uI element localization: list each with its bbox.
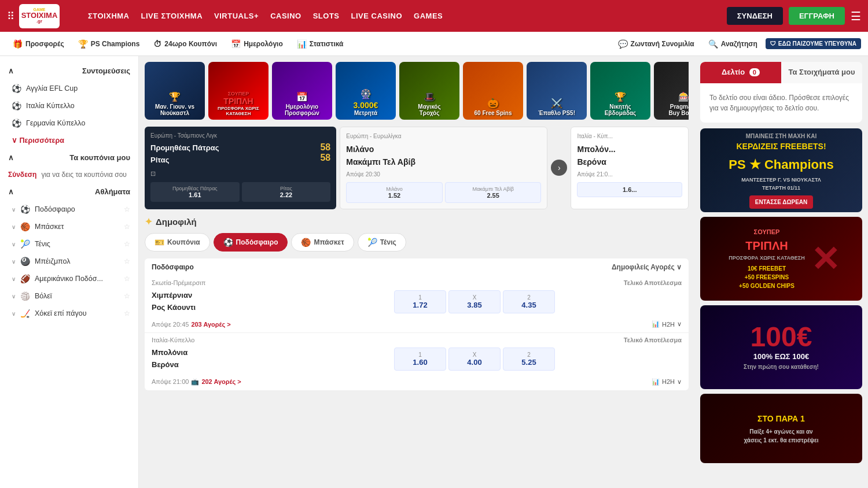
promo-card-battles[interactable]: ⚔️ Έπαθλο PS5! <box>527 62 587 120</box>
match-1-h2h[interactable]: 📊 H2H ∨ <box>652 320 682 328</box>
odds-btn-maccabi[interactable]: Μακάμπι Τελ Αβίβ 2.55 <box>445 182 542 203</box>
nav-games[interactable]: GAMES <box>414 12 443 20</box>
banner-triple-main: ΤΡΙΠΛΗ <box>729 237 805 254</box>
register-button[interactable]: ΕΓΓΡΑΦΗ <box>789 7 845 25</box>
subnav-calendar-label: Ημερολόγιο <box>244 40 283 48</box>
live-card-bologna: Ιταλία - Κύπ... Μπολόν...Βερόνα Απόψε 21… <box>571 127 689 209</box>
tab-tennis[interactable]: 🎾 Τένις <box>358 233 406 252</box>
sidebar-item-american-football[interactable]: ∨ 🏈 Αμερικάνικο Ποδόσ... ☆ <box>0 270 138 287</box>
tab-coupons[interactable]: 🎫 Κουπόνια <box>145 233 210 252</box>
promo-card-triple[interactable]: ΣΟΥΠΕΡ ΤΡΙΠΛΗ ΠΡΟΣΦΟΡΑ ΧΩΡΙΣ ΚΑΤΑΘΕΣΗ <box>208 62 269 120</box>
sidebar-item-baseball[interactable]: ∨ 🎱 Μπέιζμπολ ☆ <box>0 253 138 270</box>
football-star-icon[interactable]: ☆ <box>124 205 130 213</box>
live-card-prometeas: Ευρώπη - Τσάμπιονς Λιγκ Προμηθέας Πάτρας… <box>145 127 336 209</box>
nav-live-stoixima[interactable]: LIVE ΣΤΟΙΧΗΜΑ <box>141 12 203 20</box>
match-2-odd-x[interactable]: X 4.00 <box>448 347 501 371</box>
hamburger-icon[interactable]: ☰ <box>851 9 861 23</box>
ps-logo-text: PS ★ Champions <box>729 155 833 174</box>
sidebar-item-tennis[interactable]: ∨ 🎾 Τένις ☆ <box>0 235 138 253</box>
banner-100-text: 100€ 100% ΕΩΣ 100€ Στην πρώτη σου κατάθε… <box>738 317 825 377</box>
odds-label-maccabi: Μακάμπι Τελ Αβίβ <box>448 186 539 192</box>
winner-title: ΝικητήςΕβδομάδας <box>605 103 637 116</box>
login-button[interactable]: ΣΥΝΔΕΣΗ <box>727 7 783 25</box>
odds-btn-ritas[interactable]: Ρίτας 2.22 <box>242 182 331 202</box>
match-2-markets-link[interactable]: 202 Αγορές > <box>201 378 241 385</box>
betslip-tab-my-bets[interactable]: Τα Στοιχήματά μου <box>781 62 862 83</box>
sidebar-item-volleyball[interactable]: ∨ 🏐 Βόλεϊ ☆ <box>0 287 138 305</box>
sidebar-more-shortcuts[interactable]: ∨ Περισσότερα <box>0 132 138 149</box>
subnav-search[interactable]: 🔍 Αναζήτηση <box>703 32 763 56</box>
sidebar-item-germany-cup[interactable]: ⚽ Γερμανία Κύπελλο <box>0 114 138 132</box>
tennis-icon: 🎾 <box>20 239 30 249</box>
match-2-odd-1[interactable]: 1 1.60 <box>394 347 446 371</box>
nav-slots[interactable]: SLOTS <box>313 12 340 20</box>
subnav-24h-coupon[interactable]: ⏱ 24ωρο Κουπόνι <box>148 32 223 56</box>
live-card-3-time: Απόψε 21:0... <box>577 171 682 178</box>
sidebar-item-efl[interactable]: ⚽ Αγγλία EFL Cup <box>0 80 138 97</box>
match-1-label-2: 2 <box>506 294 552 301</box>
nav-casino[interactable]: CASINO <box>270 12 301 20</box>
promo-card-wheel[interactable]: 🎡 3.000€ Μετρητά <box>336 62 396 120</box>
tab-basketball[interactable]: 🏀 Μπάσκετ <box>291 233 354 252</box>
odds-btn-milano[interactable]: Μιλάνο 1.52 <box>346 182 443 203</box>
sidebar-item-italy-cup[interactable]: ⚽ Ιταλία Κύπελλο <box>0 97 138 114</box>
odds-btn-bologna-3[interactable]: 1.6... <box>577 182 682 197</box>
promo-card-magic[interactable]: 🎩 ΜαγικόςΤροχός <box>399 62 459 120</box>
odds-btn-prometeas[interactable]: Προμηθέας Πάτρας 1.61 <box>150 182 240 202</box>
tab-football[interactable]: ⚽ Ποδόσφαιρο <box>214 233 288 252</box>
match-2-label-x: X <box>451 352 498 358</box>
basketball-star-icon[interactable]: ☆ <box>124 223 130 231</box>
banner-ps-cta[interactable]: ΕΝΤΑΣΣΕ ΔΩΡΕΑΝ <box>749 195 814 209</box>
banner-ps-champions[interactable]: ΜΠΑΙΝΕΙΣ ΣΤΗ ΜΑΧΗ ΚΑΙ ΚΕΡΔΙΖΕΙΣ FREEBETS… <box>700 128 862 212</box>
banner-para1-sub: Παίξε 4+ αγώνες και ανχάσεις 1 εκτ. θα ε… <box>744 427 818 445</box>
sidebar-item-football[interactable]: ∨ ⚽ Ποδόσφαιρο ☆ <box>0 201 138 218</box>
banner-100-bonus[interactable]: 100€ 100% ΕΩΣ 100€ Στην πρώτη σου κατάθε… <box>700 305 862 389</box>
subnav-offers[interactable]: 🎁 Προσφορές <box>7 32 70 56</box>
my-coupons-header[interactable]: ∧ Τα κουπόνια μου <box>0 149 138 167</box>
nav-live-casino[interactable]: LIVE CASINO <box>351 12 403 20</box>
promo-card-trick[interactable]: 🎃 60 Free Spins <box>463 62 523 120</box>
coupons-login-link[interactable]: Σύνδεση <box>8 171 36 179</box>
subnav-ps-champions-label: PS Champions <box>91 40 140 48</box>
subnav-ps-champions[interactable]: 🏆 PS Champions <box>72 32 146 56</box>
banner-para1[interactable]: ΣΤΟ ΠΑΡΑ 1 Παίξε 4+ αγώνες και ανχάσεις … <box>700 394 862 463</box>
tennis-star-icon[interactable]: ☆ <box>124 240 130 248</box>
sidebar-item-hockey[interactable]: ∨ 🏒 Χόκεϊ επί πάγου ☆ <box>0 305 138 322</box>
match-1-odd-1[interactable]: 1 1.72 <box>394 290 446 313</box>
baseball-star-icon[interactable]: ☆ <box>124 257 130 265</box>
hockey-star-icon[interactable]: ☆ <box>124 309 130 317</box>
match-1-time-info: Απόψε 20:45 203 Αγορές > <box>152 321 231 328</box>
subnav-stats[interactable]: 📊 Στατιστικά <box>291 32 350 56</box>
sports-header[interactable]: ∧ Αθλήματα <box>0 183 138 201</box>
promo-card-calendar[interactable]: 📅 ΗμερολόγιοΠροσφορών <box>272 62 332 120</box>
calendar-title: ΗμερολόγιοΠροσφορών <box>285 103 319 116</box>
shortcuts-header[interactable]: ∧ Συντομεύσεις <box>0 62 138 80</box>
site-logo[interactable]: GAME STOIXIMA .gr <box>19 4 60 28</box>
promo-card-pragmatic[interactable]: 🎰 PragmaticBuy Bonus <box>654 62 689 120</box>
match-1-odd-x[interactable]: X 3.85 <box>448 290 501 313</box>
sidebar-item-basketball[interactable]: ∨ 🏀 Μπάσκετ ☆ <box>0 218 138 235</box>
nav-stoixima[interactable]: ΣΤΟΙΧΗΜΑ <box>88 12 130 20</box>
popular-markets-dropdown[interactable]: Δημοφιλείς Αγορές ∨ <box>612 263 682 271</box>
promo-card-winner[interactable]: 🏆 ΝικητήςΕβδομάδας <box>590 62 650 120</box>
nav-virtuals[interactable]: VIRTUALS+ <box>214 12 259 20</box>
match-2-odd-2[interactable]: 2 5.25 <box>503 347 555 371</box>
grid-icon[interactable]: ⠿ <box>7 10 14 23</box>
match-1-odd-2[interactable]: 2 4.35 <box>503 290 555 313</box>
live-cards-next-button[interactable]: › <box>551 160 567 176</box>
popular-star-icon: ✦ <box>145 216 152 227</box>
chevron-down-volleyball: ∨ <box>12 293 16 300</box>
match-1-league-row: Σκωτία-Πρέμιερσιπ Τελικό Αποτέλεσμα <box>145 276 689 287</box>
coupons-prompt-text: για να δεις τα κουπόνια σου <box>41 171 127 179</box>
match-1-markets-link[interactable]: 203 Αγορές > <box>191 321 230 328</box>
promo-card-champions[interactable]: 🏆 Μαν. Γιουν. vsΝιούκαστλ <box>145 62 205 120</box>
banner-super-triple[interactable]: ΣΟΥΠΕΡ ΤΡΙΠΛΗ ΠΡΟΣΦΟΡΑ ΧΩΡΙΣ ΚΑΤΑΘΕΣΗ 10… <box>700 217 862 301</box>
match-2-h2h[interactable]: 📊 H2H ∨ <box>652 378 682 386</box>
americanfb-star-icon[interactable]: ☆ <box>124 275 130 283</box>
betslip-tab-active[interactable]: Δελτίο 0 <box>700 62 781 83</box>
subnav-calendar[interactable]: 📅 Ημερολόγιο <box>225 32 289 56</box>
main-layout: ∧ Συντομεύσεις ⚽ Αγγλία EFL Cup ⚽ Ιταλία… <box>0 56 868 488</box>
subnav-live-chat[interactable]: 💬 Ζωντανή Συνομιλία <box>612 32 700 56</box>
volleyball-star-icon[interactable]: ☆ <box>124 292 130 300</box>
football-icon: ⚽ <box>20 205 30 214</box>
